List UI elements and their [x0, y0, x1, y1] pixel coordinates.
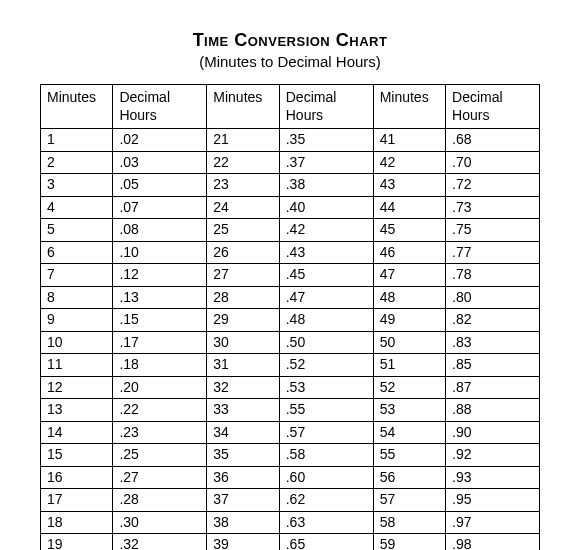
decimal-cell: .48: [279, 309, 373, 332]
minutes-cell: 18: [41, 511, 113, 534]
decimal-cell: .32: [113, 534, 207, 551]
decimal-cell: .70: [446, 151, 540, 174]
table-row: 19.3239.6559.98: [41, 534, 540, 551]
table-row: 17.2837.6257.95: [41, 489, 540, 512]
decimal-cell: .52: [279, 354, 373, 377]
table-row: 9.1529.4849.82: [41, 309, 540, 332]
minutes-cell: 4: [41, 196, 113, 219]
minutes-cell: 17: [41, 489, 113, 512]
minutes-cell: 13: [41, 399, 113, 422]
table-row: 7.1227.4547.78: [41, 264, 540, 287]
decimal-cell: .93: [446, 466, 540, 489]
decimal-cell: .73: [446, 196, 540, 219]
decimal-cell: .35: [279, 129, 373, 152]
header-decimal: Decimal Hours: [446, 85, 540, 129]
page-title: Time Conversion Chart: [40, 30, 540, 51]
page-subtitle: (Minutes to Decimal Hours): [40, 53, 540, 70]
decimal-cell: .83: [446, 331, 540, 354]
minutes-cell: 5: [41, 219, 113, 242]
table-row: 1.0221.3541.68: [41, 129, 540, 152]
minutes-cell: 30: [207, 331, 279, 354]
decimal-cell: .02: [113, 129, 207, 152]
decimal-cell: .90: [446, 421, 540, 444]
decimal-cell: .07: [113, 196, 207, 219]
minutes-cell: 27: [207, 264, 279, 287]
minutes-cell: 32: [207, 376, 279, 399]
decimal-cell: .42: [279, 219, 373, 242]
minutes-cell: 29: [207, 309, 279, 332]
minutes-cell: 47: [373, 264, 445, 287]
minutes-cell: 50: [373, 331, 445, 354]
minutes-cell: 58: [373, 511, 445, 534]
minutes-cell: 54: [373, 421, 445, 444]
decimal-cell: .78: [446, 264, 540, 287]
decimal-cell: .68: [446, 129, 540, 152]
minutes-cell: 2: [41, 151, 113, 174]
minutes-cell: 1: [41, 129, 113, 152]
header-row: Minutes Decimal Hours Minutes Decimal Ho…: [41, 85, 540, 129]
minutes-cell: 26: [207, 241, 279, 264]
minutes-cell: 34: [207, 421, 279, 444]
table-row: 8.1328.4748.80: [41, 286, 540, 309]
minutes-cell: 41: [373, 129, 445, 152]
table-row: 14.2334.5754.90: [41, 421, 540, 444]
minutes-cell: 28: [207, 286, 279, 309]
minutes-cell: 55: [373, 444, 445, 467]
minutes-cell: 14: [41, 421, 113, 444]
conversion-table: Minutes Decimal Hours Minutes Decimal Ho…: [40, 84, 540, 550]
table-row: 2.0322.3742.70: [41, 151, 540, 174]
minutes-cell: 3: [41, 174, 113, 197]
decimal-cell: .80: [446, 286, 540, 309]
table-row: 6.1026.4346.77: [41, 241, 540, 264]
minutes-cell: 44: [373, 196, 445, 219]
table-row: 10.1730.5050.83: [41, 331, 540, 354]
decimal-cell: .57: [279, 421, 373, 444]
decimal-cell: .13: [113, 286, 207, 309]
minutes-cell: 23: [207, 174, 279, 197]
decimal-cell: .92: [446, 444, 540, 467]
decimal-cell: .17: [113, 331, 207, 354]
minutes-cell: 6: [41, 241, 113, 264]
decimal-cell: .38: [279, 174, 373, 197]
minutes-cell: 12: [41, 376, 113, 399]
minutes-cell: 33: [207, 399, 279, 422]
decimal-cell: .62: [279, 489, 373, 512]
decimal-cell: .18: [113, 354, 207, 377]
minutes-cell: 11: [41, 354, 113, 377]
decimal-cell: .43: [279, 241, 373, 264]
decimal-cell: .98: [446, 534, 540, 551]
minutes-cell: 51: [373, 354, 445, 377]
decimal-cell: .63: [279, 511, 373, 534]
decimal-cell: .30: [113, 511, 207, 534]
table-row: 3.0523.3843.72: [41, 174, 540, 197]
table-body: 1.0221.3541.682.0322.3742.703.0523.3843.…: [41, 129, 540, 551]
minutes-cell: 15: [41, 444, 113, 467]
decimal-cell: .12: [113, 264, 207, 287]
page: Time Conversion Chart (Minutes to Decima…: [0, 0, 580, 550]
minutes-cell: 38: [207, 511, 279, 534]
minutes-cell: 22: [207, 151, 279, 174]
minutes-cell: 48: [373, 286, 445, 309]
minutes-cell: 46: [373, 241, 445, 264]
decimal-cell: .25: [113, 444, 207, 467]
decimal-cell: .58: [279, 444, 373, 467]
decimal-cell: .47: [279, 286, 373, 309]
header-minutes: Minutes: [207, 85, 279, 129]
minutes-cell: 8: [41, 286, 113, 309]
table-row: 16.2736.6056.93: [41, 466, 540, 489]
minutes-cell: 21: [207, 129, 279, 152]
decimal-cell: .97: [446, 511, 540, 534]
decimal-cell: .95: [446, 489, 540, 512]
decimal-cell: .88: [446, 399, 540, 422]
decimal-cell: .27: [113, 466, 207, 489]
minutes-cell: 9: [41, 309, 113, 332]
minutes-cell: 56: [373, 466, 445, 489]
decimal-cell: .85: [446, 354, 540, 377]
header-decimal: Decimal Hours: [113, 85, 207, 129]
minutes-cell: 49: [373, 309, 445, 332]
decimal-cell: .82: [446, 309, 540, 332]
decimal-cell: .65: [279, 534, 373, 551]
header-decimal: Decimal Hours: [279, 85, 373, 129]
minutes-cell: 7: [41, 264, 113, 287]
minutes-cell: 45: [373, 219, 445, 242]
